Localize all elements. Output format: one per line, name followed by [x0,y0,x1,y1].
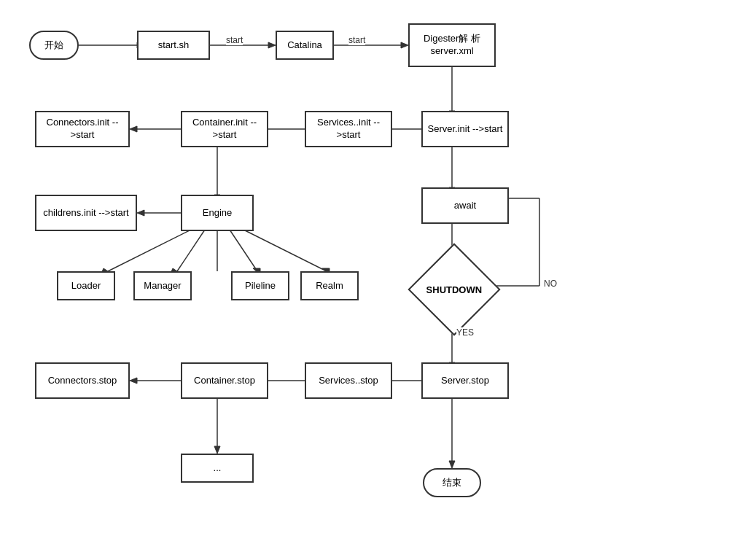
svg-marker-3 [268,42,276,48]
digester-node: Digester解 析server.xml [408,23,496,67]
svg-line-23 [228,228,257,271]
yes-label: YES [456,327,474,338]
dots-node: ... [181,454,254,483]
container-stop-node: Container.stop [181,362,268,399]
realm-node: Realm [300,271,359,300]
server-stop-node: Server.stop [421,362,509,399]
start-node: 开始 [29,31,79,60]
no-label: NO [544,279,557,289]
engine-node: Engine [181,195,254,231]
svg-line-21 [177,228,206,271]
svg-marker-5 [401,42,408,48]
container-init-node: Container.init -->start [181,111,268,147]
catalina-node: Catalina [276,31,334,60]
svg-marker-13 [130,126,137,132]
manager-node: Manager [133,271,192,300]
svg-marker-17 [137,210,144,216]
svg-marker-46 [449,461,455,468]
childrens-init-node: childrens.init -->start [35,195,137,231]
services-init-node: Services..init -->start [305,111,392,147]
connectors-stop-node: Connectors.stop [35,362,130,399]
shutdown-diamond: SHUTDOWN [418,253,491,326]
svg-line-25 [239,228,327,271]
pileline-node: Pileline [231,271,289,300]
flowchart: 开始 start.sh start Catalina start Digeste… [15,10,714,550]
start-label-1: start [226,35,243,45]
connectors-init-node: Connectors.init -->start [35,111,130,147]
start-label-2: start [348,35,365,45]
loader-node: Loader [57,271,115,300]
services-stop-node: Services..stop [305,362,392,399]
server-init-node: Server.init -->start [421,111,509,147]
svg-marker-42 [130,378,137,384]
end-node: 结束 [423,468,481,497]
startsh-node: start.sh [137,31,210,60]
svg-marker-44 [214,446,220,454]
svg-line-19 [108,228,195,271]
await-node: await [421,187,509,224]
